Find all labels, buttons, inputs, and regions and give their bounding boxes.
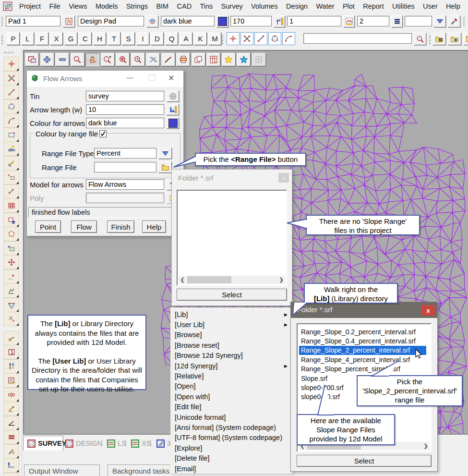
grid-table-icon[interactable] xyxy=(3,198,19,213)
menu-help[interactable]: Help xyxy=(443,1,463,12)
colour-swatch-button[interactable] xyxy=(216,15,228,27)
menu-item-email[interactable]: [Email] xyxy=(170,464,293,474)
corner-icon[interactable] xyxy=(3,458,19,473)
menu-design[interactable]: Design xyxy=(283,1,311,12)
snap-g-button[interactable]: G xyxy=(64,32,77,45)
annotate-icon[interactable]: 1 xyxy=(3,345,19,359)
point-star-icon[interactable] xyxy=(3,269,19,284)
menu-models[interactable]: Models xyxy=(93,1,121,12)
snap-c-button[interactable]: C xyxy=(79,32,92,45)
close-icon[interactable]: x xyxy=(421,305,435,316)
menu-item-browse[interactable]: [Browse] xyxy=(170,330,293,340)
create-circle-icon[interactable] xyxy=(3,99,19,114)
toolbar-grip[interactable] xyxy=(222,35,223,45)
create-line-icon[interactable] xyxy=(3,85,19,99)
flow-arrows-title-bar[interactable]: 12 Flow Arrows — ✕ xyxy=(27,71,183,87)
snap-s-button[interactable]: S xyxy=(122,32,135,45)
add-view-icon[interactable] xyxy=(40,53,54,66)
menu-strings[interactable]: Strings xyxy=(123,1,151,12)
file-item[interactable]: Range_Slope_percent_simple.srf xyxy=(299,365,426,374)
file-item[interactable]: Range_Slope_2_percent_interval.srf xyxy=(299,346,426,355)
zoom-centre-icon[interactable] xyxy=(116,53,130,66)
translate-icon[interactable] xyxy=(3,255,19,269)
line-weight-input[interactable] xyxy=(287,16,341,26)
create-rectangle-icon[interactable] xyxy=(3,128,19,142)
angle-icon[interactable] xyxy=(3,416,19,430)
menu-item-ansi-format-system-codepage[interactable]: [Ansi format] (System codepage) xyxy=(170,422,293,432)
create-point-icon[interactable] xyxy=(227,32,240,45)
scroll-right-icon[interactable]: ❯ xyxy=(422,442,430,450)
menu-item-utf-8-format-system-codepage[interactable]: [UTF-8 format] (System codepage) xyxy=(170,433,293,443)
create-arc-icon[interactable] xyxy=(3,113,19,128)
snap-cross-icon[interactable] xyxy=(240,32,253,45)
select-button[interactable]: Select xyxy=(177,289,287,301)
note-icon[interactable]: N xyxy=(63,15,75,27)
folder-tools-icon[interactable] xyxy=(448,33,461,45)
point-box-icon[interactable] xyxy=(3,170,19,184)
snap-a-button[interactable]: A xyxy=(180,32,192,45)
menu-bim[interactable]: BIM xyxy=(153,1,171,12)
menu-item-user-lib[interactable]: [User Lib]▶ xyxy=(170,319,293,330)
snap-m-button[interactable]: M xyxy=(208,32,221,45)
polygon-vertices-icon[interactable] xyxy=(3,298,19,312)
search-input[interactable] xyxy=(303,33,412,44)
linestyle-icon[interactable] xyxy=(343,15,355,27)
window-panes-icon[interactable] xyxy=(252,53,266,66)
minimize-icon[interactable]: — xyxy=(126,73,133,81)
brush-icon[interactable] xyxy=(161,53,175,66)
toolbar-grip[interactable] xyxy=(1,17,3,26)
menu-water[interactable]: Water xyxy=(313,1,337,12)
folder-model-icon[interactable] xyxy=(432,33,446,45)
scroll-right-icon[interactable]: ❯ xyxy=(277,276,285,283)
mirror-icon[interactable] xyxy=(3,388,19,402)
menu-item-delete-file[interactable]: [Delete file] xyxy=(170,453,293,464)
output-window-panel[interactable]: Output Window xyxy=(24,464,100,476)
menu-item-relative[interactable]: [Relative] xyxy=(170,371,293,381)
create-point-icon[interactable] xyxy=(3,57,19,71)
pan-icon[interactable] xyxy=(85,53,99,66)
image-icon[interactable] xyxy=(3,241,19,256)
freehand-icon[interactable] xyxy=(3,331,19,345)
edit-note-icon[interactable] xyxy=(3,373,19,388)
favourites-yellow-star-icon[interactable] xyxy=(222,53,236,66)
grid-icon[interactable] xyxy=(206,53,220,66)
close-icon[interactable]: ✕ xyxy=(168,73,174,83)
finish-button[interactable]: Finish xyxy=(107,220,134,233)
file-list-empty[interactable]: ❮ ❯ xyxy=(177,190,287,286)
snap-q-button[interactable]: Q xyxy=(165,32,178,45)
lines-icon[interactable] xyxy=(391,15,403,27)
remove-view-icon[interactable] xyxy=(55,53,69,66)
range-file-folder-icon[interactable] xyxy=(158,161,172,173)
create-text-icon[interactable]: abc xyxy=(3,142,19,156)
menu-user[interactable]: User xyxy=(420,1,441,12)
create-circle-icon[interactable] xyxy=(268,32,281,45)
toolbar-grip[interactable] xyxy=(463,17,465,26)
colour-for-arrows-input[interactable] xyxy=(86,118,164,128)
menu-item-browse-12d-synergy[interactable]: [Browse 12d Synergy] xyxy=(170,351,293,361)
select-button[interactable]: Select xyxy=(297,455,432,467)
snap-i-button[interactable]: I xyxy=(136,32,149,45)
chart-icon[interactable] xyxy=(3,473,19,476)
line-style-input[interactable] xyxy=(357,16,389,26)
snap-d-button[interactable]: D xyxy=(151,32,164,45)
zoom-previous-icon[interactable] xyxy=(131,53,145,66)
range-file-input[interactable] xyxy=(94,162,156,172)
zoom-icon[interactable] xyxy=(71,53,84,66)
menu-tins[interactable]: Tins xyxy=(197,1,216,12)
snap-k-button[interactable]: K xyxy=(194,32,207,45)
menu-file[interactable]: File xyxy=(46,1,63,12)
model-for-arrows-input[interactable] xyxy=(86,179,164,190)
create-arc-icon[interactable] xyxy=(282,32,295,45)
toolbar-grip[interactable] xyxy=(4,52,14,53)
scrollbar-thumb[interactable] xyxy=(187,276,231,283)
tab-design[interactable]: DESIGN xyxy=(61,438,107,449)
menu-report[interactable]: Report xyxy=(360,1,387,12)
snap-l-button[interactable]: L xyxy=(21,32,34,45)
copy-view-icon[interactable] xyxy=(192,53,205,66)
tin-input[interactable] xyxy=(86,91,164,101)
menu-plot[interactable]: Plot xyxy=(340,1,358,12)
tab-survey[interactable]: SURVEY xyxy=(23,436,63,451)
string-colours-icon[interactable] xyxy=(3,283,19,298)
file-item[interactable]: Range_Slope_4_percent_interval.srf xyxy=(299,355,426,364)
zoom-extent-icon[interactable] xyxy=(101,53,115,66)
